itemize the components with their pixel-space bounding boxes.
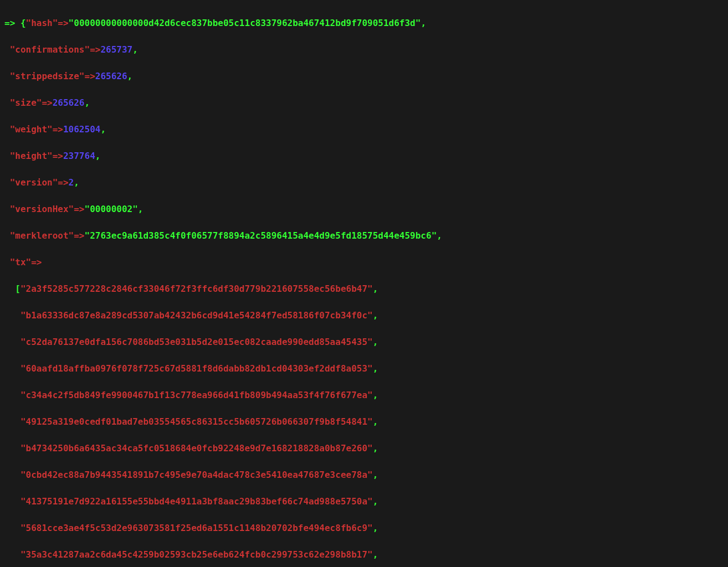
tx-item: "c34a4c2f5db849fe9900467b1f13c778ea966d4… <box>20 390 373 400</box>
arrow: => <box>74 230 84 241</box>
tx-item: "c52da76137e0dfa156c7086bd53e031b5d2e015… <box>20 337 373 347</box>
comma: , <box>373 549 378 560</box>
comma: , <box>373 284 378 294</box>
comma: , <box>373 363 378 374</box>
comma: , <box>138 204 143 214</box>
value-weight: 1062504 <box>63 124 100 135</box>
line-tx-6: "b4734250b6a6435ac34ca5fc0518684e0fcb922… <box>4 442 724 455</box>
line-versionhex: "versionHex"=>"00000002", <box>4 203 724 216</box>
line-version: "version"=>2, <box>4 176 724 189</box>
key-hash: "hash" <box>26 18 58 28</box>
value-confirmations: 265737 <box>100 44 132 55</box>
line-tx-10: "35a3c41287aa2c6da45c4259b02593cb25e6eb6… <box>4 548 724 561</box>
comma: , <box>373 443 378 453</box>
value-versionhex: "00000002" <box>85 204 138 214</box>
key-tx: "tx" <box>10 257 32 267</box>
comma: , <box>95 151 101 161</box>
line-tx-7: "0cbd42ec88a7b9443541891b7c495e9e70a4dac… <box>4 468 724 482</box>
line-tx-1: "b1a63336dc87e8a289cd5307ab42432b6cd9d41… <box>4 309 724 322</box>
arrow: => <box>58 177 68 188</box>
tx-item: "49125a319e0cedf01bad7eb03554565c86315cc… <box>20 416 373 427</box>
tx-item: "60aafd18affba0976f078f725c67d5881f8d6da… <box>20 363 373 374</box>
key-weight: "weight" <box>10 124 53 135</box>
tx-item: "35a3c41287aa2c6da45c4259b02593cb25e6eb6… <box>20 549 373 560</box>
arrow: => <box>42 97 52 108</box>
value-height: 237764 <box>63 151 95 161</box>
comma: , <box>373 523 378 533</box>
open-brace: { <box>20 18 26 28</box>
key-strippedsize: "strippedsize" <box>10 71 85 81</box>
comma: , <box>127 71 133 81</box>
line-confirmations: "confirmations"=>265737, <box>4 43 724 56</box>
arrow: => <box>53 124 63 135</box>
line-tx-0: ["2a3f5285c577228c2846cf33046f72f3ffc6df… <box>4 282 724 296</box>
terminal-output: => {"hash"=>"00000000000000d42d6cec837bb… <box>0 0 728 567</box>
tx-open-bracket: [ <box>15 284 20 294</box>
value-merkleroot: "2763ec9a61d385c4f0f06577f8894a2c5896415… <box>85 230 437 241</box>
comma: , <box>373 310 378 321</box>
line-tx-9: "5681cce3ae4f5c53d2e963073581f25ed6a1551… <box>4 522 724 535</box>
key-versionhex: "versionHex" <box>10 204 74 214</box>
comma: , <box>373 337 378 347</box>
tx-item: "5681cce3ae4f5c53d2e963073581f25ed6a1551… <box>20 523 373 533</box>
value-hash: "00000000000000d42d6cec837bbe05c11c83379… <box>69 18 421 28</box>
comma: , <box>373 470 378 480</box>
arrow: => <box>31 257 42 267</box>
repl-prompt: => <box>4 18 15 28</box>
comma: , <box>132 44 138 55</box>
arrow: => <box>90 44 100 55</box>
line-weight: "weight"=>1062504, <box>4 123 724 136</box>
arrow: => <box>58 18 68 28</box>
value-size: 265626 <box>53 97 85 108</box>
line-tx-8: "41375191e7d922a16155e55bbd4e4911a3bf8aa… <box>4 495 724 508</box>
comma: , <box>373 390 378 400</box>
line-height: "height"=>237764, <box>4 150 724 163</box>
line-strippedsize: "strippedsize"=>265626, <box>4 70 724 83</box>
line-tx-5: "49125a319e0cedf01bad7eb03554565c86315cc… <box>4 415 724 429</box>
comma: , <box>373 416 378 427</box>
value-version: 2 <box>69 177 74 188</box>
line-tx-key: "tx"=> <box>4 256 724 269</box>
tx-item: "b1a63336dc87e8a289cd5307ab42432b6cd9d41… <box>20 310 373 321</box>
tx-item: "2a3f5285c577228c2846cf33046f72f3ffc6df3… <box>20 284 373 294</box>
key-size: "size" <box>10 97 42 108</box>
line-merkleroot: "merkleroot"=>"2763ec9a61d385c4f0f06577f… <box>4 229 724 243</box>
arrow: => <box>74 204 84 214</box>
line-tx-3: "60aafd18affba0976f078f725c67d5881f8d6da… <box>4 362 724 375</box>
line-tx-4: "c34a4c2f5db849fe9900467b1f13c778ea966d4… <box>4 389 724 402</box>
line-tx-2: "c52da76137e0dfa156c7086bd53e031b5d2e015… <box>4 336 724 349</box>
value-strippedsize: 265626 <box>95 71 127 81</box>
comma: , <box>85 97 90 108</box>
key-version: "version" <box>10 177 58 188</box>
tx-item: "b4734250b6a6435ac34ca5fc0518684e0fcb922… <box>20 443 373 453</box>
comma: , <box>437 230 442 241</box>
comma: , <box>100 124 106 135</box>
arrow: => <box>85 71 95 81</box>
line-hash: => {"hash"=>"00000000000000d42d6cec837bb… <box>4 17 724 30</box>
arrow: => <box>53 151 63 161</box>
comma: , <box>373 496 378 507</box>
tx-item: "41375191e7d922a16155e55bbd4e4911a3bf8aa… <box>20 496 373 507</box>
line-size: "size"=>265626, <box>4 96 724 110</box>
key-height: "height" <box>10 151 53 161</box>
tx-item: "0cbd42ec88a7b9443541891b7c495e9e70a4dac… <box>20 470 373 480</box>
key-confirmations: "confirmations" <box>10 44 90 55</box>
comma: , <box>421 18 426 28</box>
key-merkleroot: "merkleroot" <box>10 230 74 241</box>
comma: , <box>74 177 79 188</box>
